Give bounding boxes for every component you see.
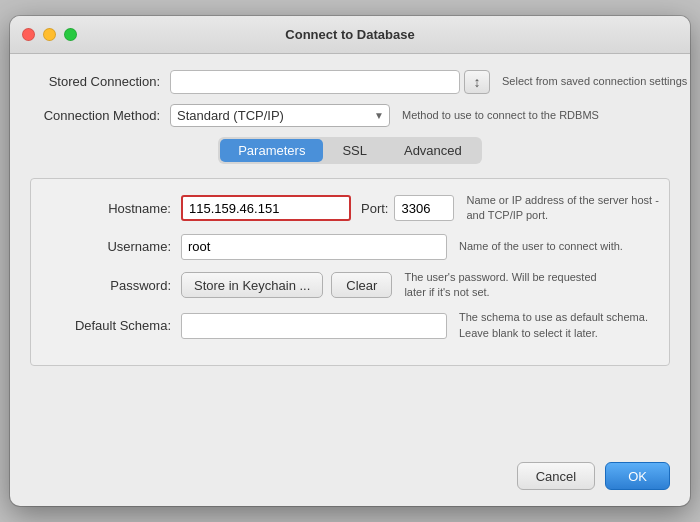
default-schema-label: Default Schema: [41,318,181,333]
port-input[interactable] [394,195,454,221]
stored-connection-hint: Select from saved connection settings [502,74,690,89]
connection-method-label: Connection Method: [30,108,170,123]
hostname-hint: Name or IP address of the server host - … [466,193,666,224]
username-hint: Name of the user to connect with. [459,239,659,254]
stored-connection-label: Stored Connection: [30,74,170,89]
hostname-row: Hostname: Port: Name or IP address of th… [41,193,659,224]
connection-method-hint: Method to use to connect to the RDBMS [402,108,602,123]
default-schema-row: Default Schema: The schema to use as def… [41,310,659,341]
bottom-bar: Cancel OK [10,452,690,506]
password-label: Password: [41,278,181,293]
password-hint: The user's password. Will be requested l… [404,270,604,301]
connection-method-select[interactable]: Standard (TCP/IP) [170,104,390,127]
clear-password-button[interactable]: Clear [331,272,392,298]
main-window: Connect to Database Stored Connection: ↕… [10,16,690,506]
spacer [30,376,670,436]
maximize-button[interactable] [64,28,77,41]
titlebar: Connect to Database [10,16,690,54]
tab-bar: Parameters SSL Advanced [218,137,482,164]
hostname-label: Hostname: [41,201,181,216]
tab-bar-row: Parameters SSL Advanced [30,137,670,164]
tab-advanced[interactable]: Advanced [386,139,480,162]
stored-connection-row: Stored Connection: ↕ Select from saved c… [30,70,670,94]
minimize-button[interactable] [43,28,56,41]
hostname-input[interactable] [181,195,351,221]
window-title: Connect to Database [285,27,414,42]
window-controls [22,28,77,41]
username-input[interactable] [181,234,447,260]
username-label: Username: [41,239,181,254]
username-row: Username: Name of the user to connect wi… [41,234,659,260]
tab-ssl[interactable]: SSL [324,139,385,162]
content-area: Stored Connection: ↕ Select from saved c… [10,54,690,452]
default-schema-hint: The schema to use as default schema. Lea… [459,310,659,341]
port-label: Port: [361,201,388,216]
default-schema-input[interactable] [181,313,447,339]
tab-parameters[interactable]: Parameters [220,139,323,162]
chevron-icon: ↕ [474,74,481,90]
stored-connection-dropdown-btn[interactable]: ↕ [464,70,490,94]
connection-method-select-wrapper: Standard (TCP/IP) ▼ [170,104,390,127]
close-button[interactable] [22,28,35,41]
ok-button[interactable]: OK [605,462,670,490]
hostname-controls: Port: [181,195,454,221]
password-row: Password: Store in Keychain ... Clear Th… [41,270,659,301]
stored-connection-input[interactable] [170,70,460,94]
form-area: Hostname: Port: Name or IP address of th… [30,178,670,366]
store-keychain-button[interactable]: Store in Keychain ... [181,272,323,298]
password-controls: Store in Keychain ... Clear [181,272,392,298]
stored-connection-controls: ↕ [170,70,490,94]
cancel-button[interactable]: Cancel [517,462,595,490]
connection-method-row: Connection Method: Standard (TCP/IP) ▼ M… [30,104,670,127]
